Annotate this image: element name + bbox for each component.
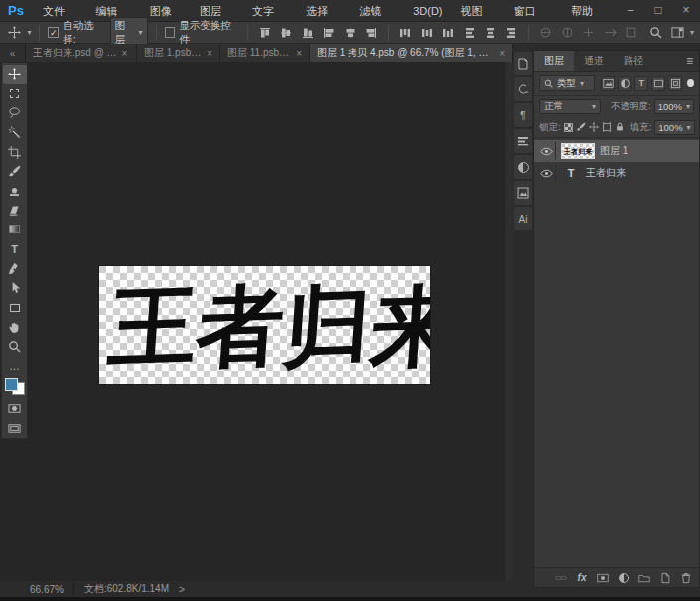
lock-transparent-pixels-icon[interactable] [564,121,573,134]
status-popup-arrow-icon[interactable]: > [179,584,185,595]
eraser-tool[interactable] [3,201,27,221]
tab-paths[interactable]: 路径 [614,51,653,71]
clone-stamp-tool[interactable] [3,181,27,201]
foreground-color-swatch[interactable] [5,378,18,391]
blend-mode-dropdown[interactable]: 正常 ▾ [539,99,601,114]
move-tool[interactable] [3,65,27,84]
auto-select-checkbox[interactable]: ✓ [48,27,59,38]
swatches-panel-icon[interactable] [514,129,532,153]
distribute-top-edges-icon[interactable] [397,24,414,42]
align-right-edges-icon[interactable] [362,24,379,42]
magic-wand-tool[interactable] [3,123,27,143]
filter-toggle-icon[interactable] [687,79,694,87]
vertical-scrollbar[interactable] [504,62,513,581]
filter-pixel-layers-icon[interactable] [601,76,615,91]
new-group-icon[interactable] [637,571,651,585]
doc-tab-1[interactable]: 王者归来.psd @ … × [26,44,137,62]
distribute-vertical-centers-icon[interactable] [418,24,435,42]
ai-panel-icon[interactable]: Ai [514,207,532,230]
menu-3d[interactable]: 3D(D) [404,0,451,22]
brush-tool[interactable] [3,162,27,182]
link-layers-icon[interactable] [554,571,568,585]
panel-expand-icon[interactable]: « [0,44,26,62]
new-layer-icon[interactable] [658,571,672,585]
filter-kind-dropdown[interactable]: 类型 ▾ [539,75,595,91]
align-top-edges-icon[interactable] [256,24,273,42]
delete-layer-icon[interactable] [679,571,693,585]
show-transform-checkbox[interactable] [165,27,176,38]
canvas-pasteboard[interactable]: T … 王 者 归 来 [0,62,504,581]
align-bottom-edges-icon[interactable] [299,24,316,42]
crop-tool[interactable] [3,142,27,162]
layer-name[interactable]: 图层 1 [600,144,628,158]
close-tab-icon[interactable]: × [122,48,128,59]
character-panel-icon[interactable] [514,77,532,101]
tab-channels[interactable]: 通道 [574,51,614,71]
add-layer-mask-icon[interactable] [596,571,610,585]
doc-tab-3[interactable]: 图层 11.psb @ 66… × [220,44,310,62]
workspace-caret-icon[interactable]: ▾ [690,28,694,37]
layer-thumbnail[interactable]: 王者归来 [561,143,595,159]
doc-tab-4-active[interactable]: 图层 1 拷贝 4.psb @ 66.7% (图层 1, RGB/8#) * × [310,44,513,62]
path-selection-tool[interactable] [3,278,27,298]
layer-name[interactable]: 王者归来 [586,166,626,180]
lock-position-icon[interactable] [589,121,599,134]
layer-row-1[interactable]: 王者归来 图层 1 [534,140,699,162]
history-panel-icon[interactable] [514,52,532,75]
lock-image-pixels-icon[interactable] [576,121,586,134]
hand-tool[interactable] [3,317,27,337]
libraries-panel-icon[interactable] [514,181,532,205]
zoom-level-field[interactable]: 66.67% [30,584,74,595]
adjustments-panel-icon[interactable] [514,155,532,179]
tab-layers[interactable]: 图层 [534,51,574,71]
visibility-eye-icon[interactable] [538,142,556,160]
menu-type[interactable]: 文字(Y) [243,0,297,22]
menu-filter[interactable]: 滤镜(T) [351,0,405,22]
menu-view[interactable]: 视图(V) [452,0,505,22]
filter-shape-layers-icon[interactable] [651,76,665,91]
pen-tool[interactable] [3,259,27,279]
opacity-field[interactable]: 100% ▾ [654,99,694,114]
lasso-tool[interactable] [3,103,27,123]
quick-mask-button[interactable] [3,399,27,419]
align-left-edges-icon[interactable] [320,24,337,42]
rectangular-marquee-tool[interactable] [3,84,27,104]
document-canvas[interactable]: 王 者 归 来 [99,266,430,384]
align-vertical-centers-icon[interactable] [278,24,295,42]
workspace-switcher-icon[interactable] [669,24,686,42]
edit-toolbar-icon[interactable]: … [3,356,27,376]
lock-artboard-icon[interactable] [602,121,612,134]
menu-window[interactable]: 窗口(W) [505,0,562,22]
distribute-left-edges-icon[interactable] [461,24,478,42]
zoom-tool[interactable] [3,337,27,357]
type-tool[interactable]: T [3,239,27,259]
visibility-eye-icon[interactable] [538,164,556,182]
layer-row-2[interactable]: T 王者归来 [534,162,699,184]
lock-all-icon[interactable] [615,121,625,134]
minimize-button[interactable]: – [617,1,644,21]
screen-mode-button[interactable] [3,419,27,439]
panel-menu-icon[interactable]: ≡ [680,51,699,71]
doc-tab-2[interactable]: 图层 1.psb @ 66… × [137,44,220,62]
menu-help[interactable]: 帮助(H) [562,0,617,22]
filter-type-layers-icon[interactable]: T [634,76,648,91]
fill-field[interactable]: 100% ▾ [654,120,694,135]
close-button[interactable]: × [672,1,700,21]
close-tab-icon[interactable]: × [499,48,505,59]
filter-smart-objects-icon[interactable] [668,76,682,91]
layer-style-icon[interactable]: fx [575,571,589,585]
align-horizontal-centers-icon[interactable] [342,24,358,42]
tool-preset-caret-icon[interactable]: ▾ [27,28,31,37]
maximize-button[interactable]: □ [644,1,672,21]
gradient-tool[interactable] [3,221,27,240]
filter-adjustment-layers-icon[interactable] [618,76,631,91]
new-adjustment-layer-icon[interactable] [617,571,630,585]
close-tab-icon[interactable]: × [207,48,212,59]
distribute-right-edges-icon[interactable] [503,24,520,42]
distribute-bottom-edges-icon[interactable] [440,24,457,42]
menu-select[interactable]: 选择(S) [297,0,350,22]
paragraph-panel-icon[interactable]: ¶ [514,103,532,127]
close-tab-icon[interactable]: × [296,48,302,59]
shape-tool[interactable] [3,298,27,318]
search-icon[interactable] [647,24,664,42]
